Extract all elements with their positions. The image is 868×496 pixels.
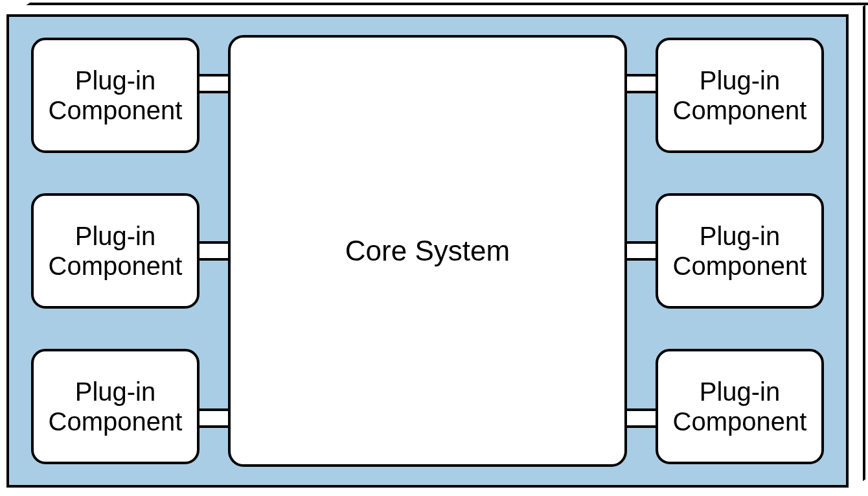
connector-right-1 <box>627 241 656 261</box>
core-system-box: Core System <box>228 35 627 467</box>
connector-right-2 <box>627 408 656 428</box>
plugin-box-left-2: Plug-in Component <box>31 349 200 464</box>
plugin-box-right-1: Plug-in Component <box>656 193 824 309</box>
plugin-label-line1: Plug-in <box>700 221 781 251</box>
right-plugin-column: Plug-in Component Plug-in Component Plug… <box>656 38 824 464</box>
right-connector-column <box>627 38 656 464</box>
core-system-label: Core System <box>345 235 510 267</box>
plugin-label-line2: Component <box>673 95 807 125</box>
connector-left-2 <box>200 408 228 428</box>
left-connector-column <box>200 38 228 464</box>
left-plugin-column: Plug-in Component Plug-in Component Plug… <box>31 38 200 464</box>
microkernel-architecture-diagram: Plug-in Component Plug-in Component Plug… <box>0 0 868 496</box>
plugin-label-line2: Component <box>673 251 807 281</box>
diagram-content: Plug-in Component Plug-in Component Plug… <box>6 14 849 488</box>
core-wrap: Core System <box>200 38 656 464</box>
plugin-label-line2: Component <box>49 407 183 436</box>
plugin-label-line2: Component <box>673 407 807 436</box>
plugin-box-right-0: Plug-in Component <box>656 38 824 153</box>
plugin-box-left-1: Plug-in Component <box>31 193 200 309</box>
plugin-label-line1: Plug-in <box>75 65 156 95</box>
plugin-label-line2: Component <box>49 251 183 281</box>
plugin-box-right-2: Plug-in Component <box>656 349 824 464</box>
connector-left-1 <box>200 241 228 261</box>
plugin-label-line1: Plug-in <box>700 377 781 407</box>
plugin-label-line1: Plug-in <box>75 221 156 251</box>
connector-right-0 <box>627 74 656 93</box>
plugin-label-line1: Plug-in <box>75 377 156 407</box>
plugin-label-line2: Component <box>49 95 183 125</box>
slab-right-face <box>850 5 865 490</box>
plugin-label-line1: Plug-in <box>700 65 781 95</box>
connector-left-0 <box>200 74 228 93</box>
plugin-box-left-0: Plug-in Component <box>31 38 200 153</box>
